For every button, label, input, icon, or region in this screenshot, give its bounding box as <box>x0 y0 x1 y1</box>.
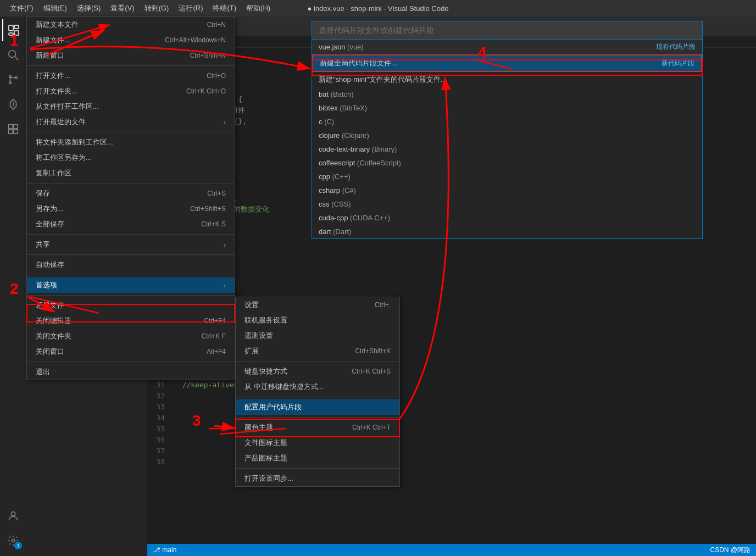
menu-open-workspace[interactable]: 从文件打开工作区... <box>27 99 235 114</box>
snippet-item-clojure[interactable]: clojure (Clojure) <box>312 129 702 142</box>
snippet-search-input[interactable] <box>312 21 702 40</box>
menu-item-label: 关闭文件夹 <box>36 331 71 341</box>
shortcut-label: Ctrl+Shift+X <box>355 347 391 355</box>
file-menu: 新建文本文件 Ctrl+N 新建文件... Ctrl+Alt+Windows+N… <box>26 16 235 380</box>
snippet-item-coffeescript[interactable]: coffeescript (CoffeeScript) <box>312 156 702 170</box>
shortcut-label: Ctrl+O <box>207 72 226 80</box>
menu-separator <box>236 361 399 362</box>
activity-debug[interactable] <box>2 93 24 115</box>
arrow-icon: › <box>224 281 226 290</box>
menu-item-label: 退出 <box>36 367 50 377</box>
menu-terminal[interactable]: 终端(T) <box>208 2 241 14</box>
menu-add-folder[interactable]: 将文件夹添加到工作区... <box>27 135 235 150</box>
svg-point-4 <box>9 51 16 58</box>
activity-git[interactable] <box>2 69 24 91</box>
shortcut-label: Ctrl+K S <box>201 220 226 228</box>
snippet-item-dart[interactable]: dart (Dart) <box>312 225 702 238</box>
prefs-telemetry[interactable]: 遥测设置 <box>236 328 399 343</box>
prefs-extensions[interactable]: 扩展 Ctrl+Shift+X <box>236 343 399 359</box>
prefs-settings[interactable]: 设置 Ctrl+, <box>236 297 399 313</box>
prefs-user-snippets[interactable]: 配置用户代码片段 <box>236 399 399 415</box>
menu-file[interactable]: 文件(F) <box>5 2 38 14</box>
snippet-item-css[interactable]: css (CSS) <box>312 197 702 211</box>
menu-recent[interactable]: 打开最近的文件 › <box>27 114 235 130</box>
menu-open-file[interactable]: 打开文件... Ctrl+O <box>27 68 235 84</box>
snippet-item-vue[interactable]: vue.json (vue) 现有代码片段 <box>312 40 702 54</box>
menu-close-folder[interactable]: 关闭文件夹 Ctrl+K F <box>27 329 235 344</box>
menu-duplicate-workspace[interactable]: 复制工作区 <box>27 165 235 181</box>
menu-close-window[interactable]: 关闭窗口 Alt+F4 <box>27 344 235 359</box>
activity-explorer[interactable] <box>2 19 24 41</box>
menu-item-label: 新建文本文件 <box>36 20 79 30</box>
menu-help[interactable]: 帮助(H) <box>242 2 275 14</box>
menu-save-workspace[interactable]: 将工作区另存为... <box>27 150 235 165</box>
shortcut-label: Ctrl+K Ctrl+T <box>352 424 391 431</box>
prefs-item-label: 设置 <box>244 300 259 310</box>
prefs-keybindings[interactable]: 键盘快捷方式 Ctrl+K Ctrl+S <box>236 364 399 379</box>
snippet-item-cpp[interactable]: cpp (C++) <box>312 170 702 184</box>
activity-settings[interactable] <box>2 530 24 552</box>
menu-new-file[interactable]: 新建文件... Ctrl+Alt+Windows+N <box>27 32 235 48</box>
shortcut-label: Ctrl+Shift+S <box>190 205 226 213</box>
shortcut-label: Alt+F4 <box>207 348 226 355</box>
menu-quit[interactable]: 退出 <box>27 364 235 380</box>
menu-save-as[interactable]: 另存为... Ctrl+Shift+S <box>27 201 235 216</box>
menu-item-label: 打开最近的文件 <box>36 117 86 127</box>
snippet-item-new-global[interactable]: 新建全局代码片段文件... 新代码片段 <box>312 54 702 72</box>
menu-auto-save[interactable]: 自动保存 <box>27 257 235 273</box>
menu-goto[interactable]: 转到(G) <box>140 2 174 14</box>
menu-revert[interactable]: 还原文件 <box>27 298 235 313</box>
shortcut-label: Ctrl+K Ctrl+O <box>186 87 226 95</box>
snippet-item-cuda[interactable]: cuda-cpp (CUDA C++) <box>312 211 702 225</box>
titlebar: 文件(F) 编辑(E) 选择(S) 查看(V) 转到(G) 运行(R) 终端(T… <box>0 0 756 16</box>
menu-select[interactable]: 选择(S) <box>73 2 105 14</box>
shortcut-label: Ctrl+Alt+Windows+N <box>165 36 226 44</box>
window-title: ● index.vue - shop-mini - Visual Studio … <box>308 4 449 13</box>
menu-item-label: 打开文件夹... <box>36 86 77 96</box>
snippet-item-bat[interactable]: bat (Batch) <box>312 87 702 101</box>
menu-item-label: 自动保存 <box>36 260 64 270</box>
menu-separator <box>27 275 235 275</box>
menu-open-folder[interactable]: 打开文件夹... Ctrl+K Ctrl+O <box>27 84 235 99</box>
menu-edit[interactable]: 编辑(E) <box>39 2 71 14</box>
status-branch[interactable]: ⎇ main <box>153 546 176 554</box>
menu-close-editor[interactable]: 关闭编辑器 Ctrl+F4 <box>27 313 235 329</box>
svg-rect-3 <box>9 33 13 35</box>
menu-new-window[interactable]: 新建窗口 Ctrl+Shift+N <box>27 48 235 63</box>
activity-extensions[interactable] <box>2 118 24 140</box>
prefs-item-label: 配置用户代码片段 <box>244 402 302 412</box>
prefs-item-label: 联机服务设置 <box>244 315 287 325</box>
menu-preferences[interactable]: 首选项 › <box>27 277 235 293</box>
prefs-online[interactable]: 联机服务设置 <box>236 313 399 328</box>
menu-save[interactable]: 保存 Ctrl+S <box>27 186 235 201</box>
menu-new-text-file[interactable]: 新建文本文件 Ctrl+N <box>27 17 235 32</box>
snippet-item-c[interactable]: c (C) <box>312 115 702 129</box>
snippet-item-bibtex[interactable]: bibtex (BibTeX) <box>312 101 702 115</box>
svg-point-6 <box>9 82 12 84</box>
snippet-action: 现有代码片段 <box>656 42 696 52</box>
prefs-product-icon-theme[interactable]: 产品图标主题 <box>236 451 399 466</box>
prefs-color-theme[interactable]: 颜色主题 Ctrl+K Ctrl+T <box>236 420 399 435</box>
snippet-item-csharp[interactable]: csharp (C#) <box>312 184 702 197</box>
prefs-file-icon-theme[interactable]: 文件图标主题 <box>236 435 399 451</box>
menu-save-all[interactable]: 全部保存 Ctrl+K S <box>27 216 235 232</box>
prefs-migrate-keybindings[interactable]: 从 中迁移键盘快捷方式... <box>236 379 399 394</box>
snippet-label: 新建全局代码片段文件... <box>320 58 397 68</box>
snippet-item-binary[interactable]: code-text-binary (Binary) <box>312 142 702 156</box>
svg-rect-12 <box>14 130 18 134</box>
menu-item-label: 还原文件 <box>36 301 64 310</box>
snippet-label: c (C) <box>319 118 334 126</box>
snippet-item-new-workspace[interactable]: 新建"shop-mini"文件夹的代码片段文件... <box>312 72 702 87</box>
menu-separator <box>27 183 235 184</box>
menu-share[interactable]: 共享 › <box>27 237 235 252</box>
prefs-sync[interactable]: 打开设置同步... <box>236 471 399 486</box>
activity-account[interactable] <box>2 505 24 527</box>
menu-separator <box>236 417 399 418</box>
menu-run[interactable]: 运行(R) <box>174 2 207 14</box>
snippet-label: cpp (C++) <box>319 173 351 181</box>
menu-item-label: 从文件打开工作区... <box>36 102 99 112</box>
code-line <box>174 248 752 303</box>
snippet-picker: vue.json (vue) 现有代码片段 新建全局代码片段文件... 新代码片… <box>312 21 703 239</box>
activity-search[interactable] <box>2 44 24 66</box>
menu-view[interactable]: 查看(V) <box>106 2 138 14</box>
